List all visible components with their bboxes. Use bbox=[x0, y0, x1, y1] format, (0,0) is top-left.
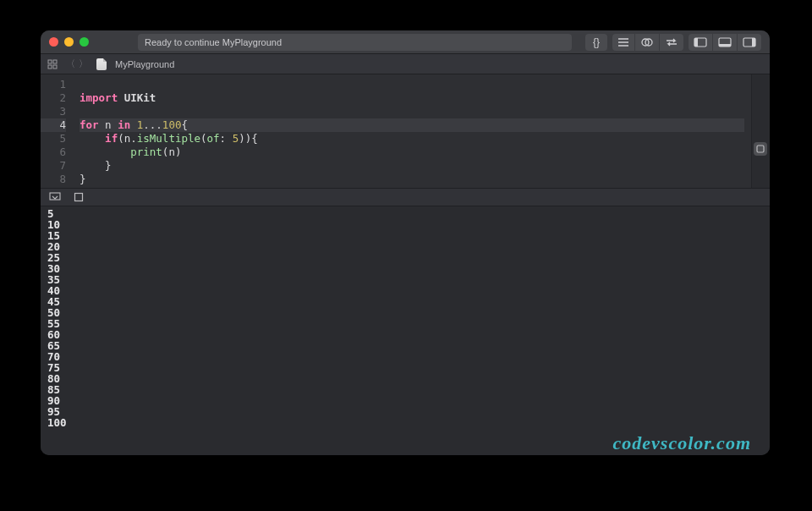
toggle-inspector-button[interactable] bbox=[737, 34, 761, 51]
line-number: 7 bbox=[41, 159, 66, 173]
standard-editor-button[interactable] bbox=[612, 34, 634, 51]
output-filter-button[interactable] bbox=[49, 192, 61, 202]
code-line[interactable] bbox=[80, 105, 744, 118]
code-line[interactable]: import UIKit bbox=[80, 91, 744, 105]
svg-rect-7 bbox=[752, 38, 755, 47]
console-line: 30 bbox=[47, 263, 763, 274]
clear-console-button[interactable] bbox=[73, 192, 85, 202]
console-line: 20 bbox=[47, 241, 763, 252]
console-line: 55 bbox=[47, 318, 763, 329]
code-line[interactable] bbox=[80, 78, 744, 91]
editor-mode-segment bbox=[612, 34, 683, 51]
debug-bar bbox=[41, 188, 770, 206]
code-line[interactable]: for n in 1...100{ bbox=[80, 118, 744, 132]
forward-button[interactable]: 〉 bbox=[79, 58, 88, 70]
line-gutter: 12345678 bbox=[41, 74, 73, 188]
console-line: 45 bbox=[47, 296, 763, 307]
xcode-playground-window: Ready to continue MyPlayground {} bbox=[41, 30, 770, 455]
console-line: 80 bbox=[47, 373, 763, 384]
console-line: 70 bbox=[47, 351, 763, 362]
toggle-debug-button[interactable] bbox=[712, 34, 737, 51]
code-editor[interactable]: 12345678 import UIKitfor n in 1...100{ i… bbox=[41, 74, 770, 188]
activity-status-bar: Ready to continue MyPlayground bbox=[138, 34, 572, 51]
toolbar-right: {} bbox=[585, 34, 761, 51]
console-line: 50 bbox=[47, 307, 763, 318]
history-nav: 〈 〉 bbox=[66, 58, 88, 70]
lines-icon bbox=[617, 38, 629, 47]
bottom-panel-icon bbox=[718, 37, 732, 47]
svg-rect-11 bbox=[53, 65, 57, 69]
zoom-window-button[interactable] bbox=[80, 37, 89, 47]
console-line: 90 bbox=[47, 395, 763, 406]
code-line[interactable]: print(n) bbox=[80, 146, 744, 159]
watermark-text: codevscolor.com bbox=[613, 437, 751, 448]
line-number: 5 bbox=[41, 132, 66, 146]
line-number: 1 bbox=[41, 78, 66, 91]
code-line[interactable]: } bbox=[80, 173, 744, 186]
results-sidebar bbox=[751, 74, 770, 188]
console-line: 40 bbox=[47, 285, 763, 296]
braces-icon: {} bbox=[593, 36, 600, 48]
console-line: 95 bbox=[47, 406, 763, 417]
svg-rect-8 bbox=[48, 60, 52, 63]
console-line: 65 bbox=[47, 340, 763, 351]
console-line: 100 bbox=[47, 417, 763, 428]
svg-rect-14 bbox=[75, 194, 83, 201]
traffic-lights bbox=[49, 37, 89, 47]
console-line: 60 bbox=[47, 329, 763, 340]
close-window-button[interactable] bbox=[49, 37, 58, 47]
svg-rect-12 bbox=[757, 146, 764, 152]
titlebar: Ready to continue MyPlayground {} bbox=[41, 30, 770, 54]
version-editor-button[interactable] bbox=[659, 34, 683, 51]
toggle-navigator-button[interactable] bbox=[689, 34, 712, 51]
console-line: 25 bbox=[47, 252, 763, 263]
file-name-label[interactable]: MyPlayground bbox=[115, 59, 174, 69]
line-number: 4 bbox=[41, 118, 66, 132]
line-number: 3 bbox=[41, 105, 66, 118]
overlap-circles-icon bbox=[640, 37, 654, 47]
line-number: 2 bbox=[41, 91, 66, 105]
left-panel-icon bbox=[694, 37, 707, 47]
related-items-icon[interactable] bbox=[47, 59, 58, 69]
svg-rect-3 bbox=[694, 38, 698, 47]
console-line: 85 bbox=[47, 384, 763, 395]
right-panel-icon bbox=[743, 37, 756, 47]
svg-rect-5 bbox=[719, 44, 731, 47]
quick-look-icon[interactable] bbox=[754, 142, 767, 156]
console-line: 5 bbox=[47, 208, 763, 219]
console-line: 75 bbox=[47, 362, 763, 373]
svg-rect-10 bbox=[48, 65, 52, 69]
console-line: 15 bbox=[47, 230, 763, 241]
console-line: 35 bbox=[47, 274, 763, 285]
status-text: Ready to continue MyPlayground bbox=[145, 37, 282, 47]
line-number: 8 bbox=[41, 173, 66, 186]
console-line: 10 bbox=[47, 219, 763, 230]
assistant-editor-button[interactable] bbox=[634, 34, 659, 51]
panel-toggle-segment bbox=[689, 34, 761, 51]
svg-rect-9 bbox=[53, 60, 57, 63]
console-output[interactable]: 5101520253035404550556065707580859095100… bbox=[41, 206, 770, 455]
library-button[interactable]: {} bbox=[585, 34, 607, 51]
code-line[interactable]: if(n.isMultiple(of: 5)){ bbox=[80, 132, 744, 146]
line-number: 6 bbox=[41, 146, 66, 159]
file-icon bbox=[96, 58, 107, 70]
back-button[interactable]: 〈 bbox=[66, 58, 75, 70]
minimize-window-button[interactable] bbox=[64, 37, 74, 47]
arrows-icon bbox=[665, 38, 678, 47]
jump-bar: 〈 〉 MyPlayground bbox=[41, 54, 770, 74]
code-area[interactable]: import UIKitfor n in 1...100{ if(n.isMul… bbox=[73, 74, 751, 188]
code-line[interactable]: } bbox=[80, 159, 744, 173]
